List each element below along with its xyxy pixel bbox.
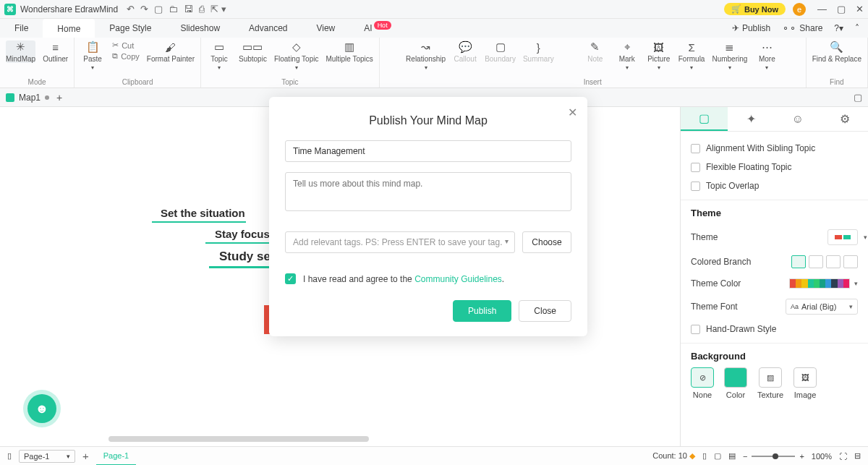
rtab-theme[interactable]: ▢ [681,107,728,131]
modified-dot-icon [45,95,49,100]
user-avatar[interactable]: e [793,3,806,16]
branch-opt-4[interactable] [843,255,858,268]
tab-home[interactable]: Home [43,19,95,38]
theme-font-select[interactable]: AaArial (Big) [786,299,858,315]
note-button[interactable]: ✎Note [583,40,608,71]
view-mode-1-icon[interactable]: ▯ [702,451,707,461]
view-mode-2-icon[interactable]: ▢ [714,451,721,461]
node-underline [152,221,246,223]
view-mode-3-icon[interactable]: ▤ [728,451,736,461]
outliner-button[interactable]: ≡Outliner [43,40,68,63]
picture-button[interactable]: 🖼Picture▾ [647,40,671,71]
add-tab-button[interactable]: + [56,92,62,103]
publish-action-label: Publish [742,23,770,33]
community-guidelines-link[interactable]: Community Guidelines [414,274,502,284]
mind-node[interactable]: Set the situation [161,207,245,219]
mark-button[interactable]: ⌖Mark▾ [615,40,639,71]
check-hand-drawn[interactable]: Hand-Drawn Style [691,320,858,338]
fit-screen-icon[interactable]: ⛶ [839,452,847,461]
zoom-control[interactable]: − + [743,452,804,461]
paste-button[interactable]: 📋Paste▾ [80,40,105,71]
collapse-panel-icon[interactable]: ⊟ [854,451,861,461]
mind-node[interactable]: Study se [219,249,271,264]
format-painter-button[interactable]: 🖌Format Painter [147,40,195,71]
share-action[interactable]: ⚬⚬Share [782,23,822,33]
zoom-value[interactable]: 100% [812,452,832,461]
numbering-button[interactable]: ≣Numbering▾ [712,40,747,71]
branch-opt-1[interactable] [791,255,806,268]
cut-button[interactable]: ✂Cut [112,40,140,50]
copy-button[interactable]: ⧉Copy [112,51,140,61]
rtab-icons[interactable]: ☺ [775,107,822,131]
colored-branch-label: Colored Branch [691,257,751,267]
publish-description-input[interactable] [285,172,571,211]
add-page-button[interactable]: + [82,450,89,462]
summary-button[interactable]: }Summary [523,40,554,71]
topic-button[interactable]: ▭Topic▾ [207,40,231,71]
relationship-button[interactable]: ↝Relationship▾ [406,40,446,71]
horizontal-scrollbar[interactable] [109,436,369,442]
branch-opt-2[interactable] [809,255,823,268]
ai-chat-button[interactable]: ☻ [27,394,56,423]
publish-button[interactable]: Publish [453,300,511,322]
page-tab[interactable]: Page-1 [96,447,136,466]
boundary-button[interactable]: ▢Boundary [485,40,516,71]
redo-icon[interactable]: ↷ [140,4,148,14]
bg-color[interactable]: Color [724,367,747,399]
find-replace-button[interactable]: 🔍Find & Replace [812,40,861,63]
new-icon[interactable]: ▢ [154,4,163,14]
close-button[interactable]: Close [519,300,571,322]
maximize-button[interactable]: ▢ [837,4,846,14]
tab-page-style[interactable]: Page Style [95,19,166,38]
help-icon[interactable]: ?▾ [834,23,843,33]
bg-none[interactable]: ⊘None [691,367,714,399]
rtab-settings[interactable]: ⚙ [821,107,868,131]
mindmap-button[interactable]: ✳MindMap [6,40,35,63]
publish-title-input[interactable] [285,140,571,162]
page-select[interactable]: Page-1▾ [19,450,75,463]
collapse-ribbon-icon[interactable]: ˄ [855,23,859,33]
rtab-ai[interactable]: ✦ [728,107,775,131]
close-window-button[interactable]: ✕ [856,4,864,14]
document-tab[interactable]: Map1 [6,93,49,103]
paste-icon: 📋 [85,40,100,54]
floating-topic-button[interactable]: ◇Floating Topic▾ [274,40,319,71]
check-align-sibling[interactable]: Alignment With Sibling Topic [691,139,858,158]
tab-slideshow[interactable]: Slideshow [166,19,234,38]
buy-now-button[interactable]: 🛒 Buy Now [724,3,786,15]
tab-file[interactable]: File [0,19,43,38]
tab-ai[interactable]: AI Hot [349,19,405,38]
agree-checkbox[interactable]: ✓ [285,273,296,284]
zoom-out-icon[interactable]: − [743,452,747,461]
panel-toggle-icon[interactable]: ▢ [854,92,862,103]
theme-selector[interactable] [827,229,858,245]
multiple-topics-button[interactable]: ▥Multiple Topics [326,40,373,71]
check-topic-overlap[interactable]: Topic Overlap [691,176,858,195]
more-button[interactable]: ⋯More▾ [754,40,779,71]
subtopic-button[interactable]: ▭▭Subtopic [239,40,267,71]
bg-image[interactable]: 🖼Image [793,367,817,399]
choose-button[interactable]: Choose [522,231,571,253]
export-icon[interactable]: ⇱ ▾ [210,4,226,14]
check-flexible-floating[interactable]: Flexible Floating Topic [691,158,858,176]
zoom-in-icon[interactable]: + [799,452,804,461]
save-icon[interactable]: 🖫 [184,4,193,14]
minimize-button[interactable]: — [817,4,827,14]
formula-button[interactable]: ΣFormula▾ [678,40,705,71]
theme-color-picker[interactable] [789,278,850,289]
print-icon[interactable]: ⎙ [199,4,205,14]
tab-view[interactable]: View [302,19,349,38]
buy-now-label: Buy Now [744,5,778,14]
callout-button[interactable]: 💬Callout [453,40,477,71]
pages-panel-icon[interactable]: ▯ [7,451,12,461]
publish-tags-input[interactable]: Add relevant tags. PS: Press ENTER to sa… [285,231,515,253]
publish-action[interactable]: ✈Publish [732,23,770,33]
open-icon[interactable]: 🗀 [169,4,178,14]
branch-opt-3[interactable] [826,255,841,268]
undo-icon[interactable]: ↶ [127,4,135,14]
tab-advanced[interactable]: Advanced [234,19,302,38]
format-painter-label: Format Painter [147,55,195,63]
dialog-close-button[interactable]: ✕ [568,106,577,119]
bg-texture[interactable]: ▨Texture [757,367,783,399]
ribbon-group-clipboard: 📋Paste▾ ✂Cut ⧉Copy 🖌Format Painter Clipb… [75,38,201,88]
